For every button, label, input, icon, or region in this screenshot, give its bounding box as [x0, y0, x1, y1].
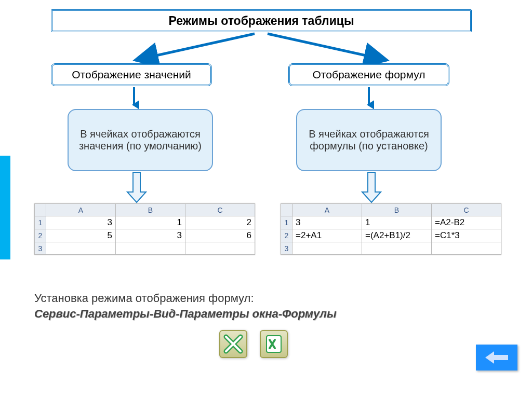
col-header: B — [116, 204, 185, 216]
svg-line-0 — [135, 34, 255, 60]
row-header: 2 — [281, 229, 292, 242]
arrow-mode-desc-right — [364, 86, 374, 110]
cell-corner — [281, 204, 292, 216]
back-arrow-icon — [484, 350, 510, 365]
arrow-title-left — [125, 31, 260, 67]
cell — [432, 242, 501, 255]
menu-path: Сервис-Параметры-Вид-Параметры окна-Форм… — [34, 307, 337, 321]
svg-rect-4 — [267, 336, 281, 352]
row-header: 3 — [281, 242, 292, 255]
description-values: В ячейках отображаются значения (по умол… — [68, 109, 213, 171]
row-header: 1 — [35, 216, 46, 229]
cell — [116, 242, 185, 255]
row-header: 1 — [281, 216, 292, 229]
cell: =(A2+B1)/2 — [362, 229, 432, 242]
excel-old-icon — [219, 330, 247, 358]
cell: 1 — [362, 216, 432, 229]
caption-text: Установка режима отображения формул: — [34, 292, 254, 305]
col-header: A — [46, 204, 116, 216]
cell: =C1*3 — [432, 229, 501, 242]
row-header: 3 — [35, 242, 46, 255]
cell: =2+A1 — [292, 229, 362, 242]
cell — [46, 242, 116, 255]
cell — [362, 242, 432, 255]
mode-formulas-box: Отображение формул — [288, 63, 449, 86]
row-header: 2 — [35, 229, 46, 242]
arrow-title-right — [262, 31, 397, 67]
cell: 3 — [46, 216, 116, 229]
cell: 6 — [185, 229, 255, 242]
col-header: A — [292, 204, 362, 216]
svg-line-1 — [268, 34, 387, 60]
cell — [185, 242, 255, 255]
spreadsheet-formulas: A B C 1 3 1 =A2-B2 2 =2+A1 =(A2+B1)/2 =C… — [281, 203, 501, 255]
slide-accent-bar — [0, 156, 10, 259]
arrow-desc-sheet-left — [126, 171, 147, 204]
arrow-desc-sheet-right — [361, 171, 382, 204]
cell: 3 — [116, 229, 185, 242]
cell — [292, 242, 362, 255]
col-header: B — [362, 204, 432, 216]
cell: 3 — [292, 216, 362, 229]
cell: 5 — [46, 229, 116, 242]
mode-values-box: Отображение значений — [51, 63, 212, 86]
spreadsheet-values: A B C 1 3 1 2 2 5 3 6 3 — [34, 203, 255, 255]
col-header: C — [185, 204, 255, 216]
col-header: C — [432, 204, 501, 216]
title-box: Режимы отображения таблицы — [51, 9, 472, 32]
back-button[interactable] — [476, 345, 517, 370]
cell-corner — [35, 204, 46, 216]
arrow-mode-desc-left — [129, 86, 139, 110]
cell: =A2-B2 — [432, 216, 501, 229]
description-formulas: В ячейках отображаются формулы (по устан… — [296, 109, 442, 171]
excel-new-icon — [260, 330, 288, 358]
cell: 2 — [185, 216, 255, 229]
cell: 1 — [116, 216, 185, 229]
